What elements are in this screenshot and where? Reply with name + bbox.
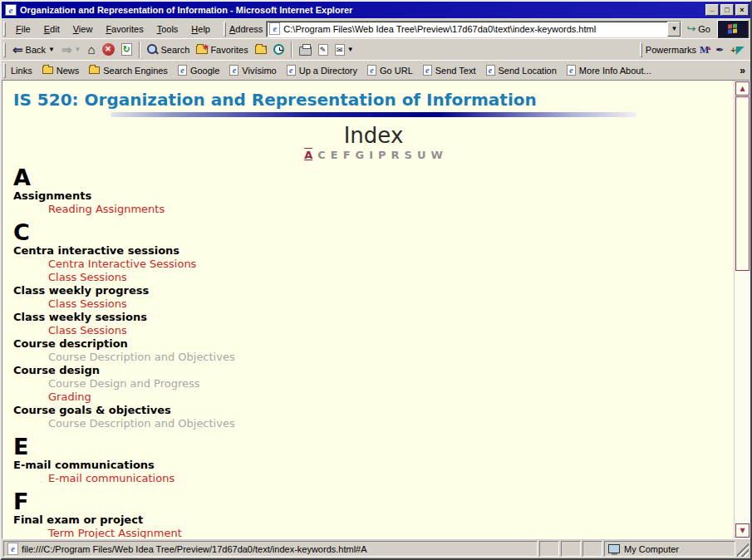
folders-button[interactable]: ↑ bbox=[252, 44, 270, 56]
index-letter-link-f[interactable]: F bbox=[343, 149, 351, 161]
favorites-button[interactable]: ✱ Favorites bbox=[193, 43, 251, 56]
links-bar-item[interactable]: eGo URL bbox=[362, 63, 418, 77]
powermarks-label: Powermarks bbox=[646, 45, 696, 55]
index-link[interactable]: Term Project Assignment bbox=[13, 527, 734, 538]
window-title: Organization and Representation of Infor… bbox=[20, 5, 704, 15]
status-url: file:///C:/Program Files/Web Idea Tree/P… bbox=[22, 544, 367, 554]
menu-item-file[interactable]: File bbox=[9, 22, 37, 37]
address-input[interactable] bbox=[283, 22, 667, 36]
back-button[interactable]: ⇐ Back ▼ bbox=[9, 42, 58, 57]
index-term: Class weekly sessions bbox=[13, 311, 734, 324]
scroll-up-button[interactable]: ▲ bbox=[735, 81, 750, 96]
close-button[interactable]: × bbox=[735, 4, 749, 16]
links-bar-item[interactable]: Search Engines bbox=[84, 64, 173, 77]
back-dropdown-icon[interactable]: ▼ bbox=[48, 46, 55, 53]
history-clock-icon bbox=[273, 44, 284, 55]
index-letter-link-a[interactable]: A bbox=[304, 149, 312, 161]
zone-label: My Computer bbox=[624, 544, 679, 554]
index-letter-link-g[interactable]: G bbox=[356, 149, 365, 161]
stop-button[interactable]: ✕ bbox=[99, 42, 118, 57]
menu-bar-grip[interactable] bbox=[3, 22, 6, 37]
powermarks-add-button[interactable]: +◤ bbox=[727, 42, 747, 57]
links-bar-item[interactable]: eVivísimo bbox=[224, 63, 281, 77]
index-link[interactable]: Course Description and Objectives bbox=[13, 417, 734, 430]
page-scrollbar[interactable]: ▲ ▼ bbox=[734, 81, 750, 538]
mail-dropdown-icon[interactable]: ▼ bbox=[347, 46, 354, 53]
menu-address-row: FileEditViewFavoritesToolsHelp Address e… bbox=[2, 18, 750, 38]
menu-bar: FileEditViewFavoritesToolsHelp bbox=[9, 22, 217, 37]
windows-logo-icon bbox=[728, 23, 738, 34]
index-letter-link-e[interactable]: E bbox=[331, 149, 338, 161]
home-button[interactable]: ⌂ bbox=[84, 41, 98, 58]
index-letter-link-w[interactable]: W bbox=[431, 149, 443, 161]
edit-button[interactable]: ✎ bbox=[315, 42, 332, 57]
menu-item-edit[interactable]: Edit bbox=[37, 22, 66, 37]
index-link[interactable]: Centra Interactive Sessions bbox=[13, 258, 734, 271]
folder-up-icon: ↑ bbox=[255, 46, 267, 54]
links-bar-item[interactable]: eGoogle bbox=[173, 63, 224, 77]
index-link[interactable]: Class Sessions bbox=[13, 297, 734, 311]
links-bar-item[interactable]: eSend Text bbox=[418, 63, 481, 77]
address-dropdown-button[interactable]: ▼ bbox=[667, 22, 681, 37]
standard-toolbar: ⇐ Back ▼ ⇒ ▼ ⌂ ✕ ↻ Search ✱ Favorites ↑ bbox=[2, 38, 750, 60]
links-bar-item[interactable]: eSend Location bbox=[481, 63, 562, 77]
links-bar-item[interactable]: eMore Info About... bbox=[562, 63, 656, 77]
index-link[interactable]: Course Description and Objectives bbox=[13, 351, 734, 364]
search-button[interactable]: Search bbox=[144, 42, 194, 57]
index-link[interactable]: E-mail communications bbox=[13, 472, 734, 485]
index-term: Assignments bbox=[13, 189, 734, 203]
index-term: Course goals & objectives bbox=[13, 404, 734, 417]
links-bar-item-label: Vivísimo bbox=[242, 66, 276, 76]
refresh-icon: ↻ bbox=[121, 43, 132, 56]
go-button[interactable]: ↪ Go bbox=[681, 21, 715, 37]
address-bar-grip[interactable] bbox=[224, 22, 226, 37]
refresh-button[interactable]: ↻ bbox=[118, 42, 135, 57]
index-link[interactable]: Grading bbox=[13, 391, 734, 404]
my-computer-icon bbox=[608, 544, 620, 553]
history-button[interactable] bbox=[270, 42, 288, 56]
menu-item-help[interactable]: Help bbox=[184, 22, 217, 37]
status-bar: e file:///C:/Program Files/Web Idea Tree… bbox=[2, 539, 750, 558]
ie-page-icon: e bbox=[367, 65, 376, 76]
heading-rule bbox=[111, 112, 636, 117]
go-arrow-icon: ↪ bbox=[686, 22, 695, 35]
web-page: IS 520: Organization and Representation … bbox=[2, 81, 734, 538]
toolbar-grip[interactable] bbox=[3, 42, 6, 57]
index-letter-link-p[interactable]: P bbox=[378, 149, 386, 161]
links-bar-label: Links bbox=[9, 66, 37, 76]
minimize-button[interactable]: _ bbox=[705, 4, 719, 16]
scroll-thumb[interactable] bbox=[735, 96, 750, 271]
index-letter-link-u[interactable]: U bbox=[417, 149, 426, 161]
print-button[interactable] bbox=[296, 42, 315, 57]
forward-button[interactable]: ⇒ ▼ bbox=[58, 42, 85, 57]
powermarks-pen-button[interactable]: ✒ bbox=[712, 42, 727, 57]
favorites-icon: ✱ bbox=[196, 46, 208, 54]
index-letter-link-c[interactable]: C bbox=[317, 149, 326, 161]
menu-item-favorites[interactable]: Favorites bbox=[99, 22, 150, 37]
links-bar-grip[interactable] bbox=[3, 63, 6, 78]
index-link[interactable]: Class Sessions bbox=[13, 324, 734, 337]
menu-item-view[interactable]: View bbox=[66, 22, 100, 37]
menu-item-tools[interactable]: Tools bbox=[150, 22, 185, 37]
powermarks-button[interactable]: M▲ bbox=[696, 42, 712, 57]
links-overflow-chevron[interactable]: » bbox=[735, 65, 750, 76]
edit-page-icon: ✎ bbox=[318, 44, 328, 56]
index-letter-link-s[interactable]: S bbox=[405, 149, 412, 161]
links-bar-item-label: Send Text bbox=[435, 66, 476, 76]
powermarks-grip[interactable] bbox=[640, 42, 642, 57]
index-link[interactable]: Reading Assignments bbox=[13, 203, 734, 216]
security-zone-panel: My Computer bbox=[604, 541, 735, 557]
maximize-button[interactable]: □ bbox=[720, 4, 734, 16]
toolbar-separator bbox=[139, 42, 140, 58]
scroll-down-button[interactable]: ▼ bbox=[735, 523, 750, 538]
links-bar-item[interactable]: News bbox=[37, 64, 85, 77]
window-resize-grip[interactable] bbox=[737, 541, 749, 557]
index-letter-link-r[interactable]: R bbox=[391, 149, 400, 161]
ie-page-icon: e bbox=[229, 65, 238, 76]
index-link[interactable]: Class Sessions bbox=[13, 271, 734, 284]
links-bar-item[interactable]: eUp a Directory bbox=[282, 63, 362, 77]
links-bar-item-label: News bbox=[57, 66, 80, 76]
index-letter-link-i[interactable]: I bbox=[369, 149, 373, 161]
mail-button[interactable]: ✉ ▼ bbox=[332, 42, 357, 57]
index-link[interactable]: Course Design and Progress bbox=[13, 377, 734, 391]
